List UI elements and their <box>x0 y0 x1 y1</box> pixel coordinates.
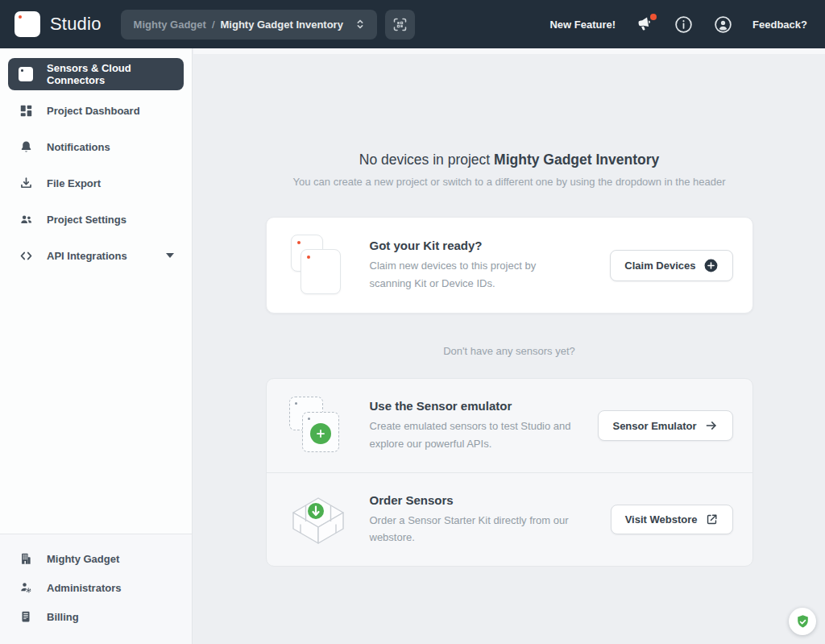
info-button[interactable] <box>674 15 694 35</box>
emulator-title: Use the Sensor emulator <box>370 399 578 413</box>
org-name: Mighty Gadget <box>134 19 206 31</box>
admin-user-gear-icon <box>18 580 34 596</box>
dashboard-icon <box>18 102 34 118</box>
empty-state-title: No devices in project Mighty Gadget Inve… <box>266 152 753 168</box>
project-switcher-dropdown[interactable]: Mighty Gadget / Mighty Gadget Inventory <box>121 10 377 39</box>
sidebar-item-administrators[interactable]: Administrators <box>8 573 184 602</box>
top-header: Studio Mighty Gadget / Mighty Gadget Inv… <box>0 0 825 48</box>
project-name-bold: Mighty Gadget Inventory <box>494 152 659 168</box>
sidebar-item-notifications[interactable]: Notifications <box>8 131 184 163</box>
sidebar-item-label: Mighty Gadget <box>47 553 119 565</box>
emulator-dashed-squares-icon <box>289 395 344 456</box>
sidebar-footer: Mighty Gadget Administrators <box>0 534 192 644</box>
main-content: No devices in project Mighty Gadget Inve… <box>193 48 825 644</box>
external-link-icon <box>705 513 719 526</box>
new-feature-label: New Feature! <box>549 19 616 31</box>
sidebar: Sensors & Cloud Connectors Project Dashb… <box>0 48 193 644</box>
sidebar-item-file-export[interactable]: File Export <box>8 167 184 199</box>
sensor-emulator-row: Use the Sensor emulator Create emulated … <box>267 379 752 472</box>
emulator-description: Create emulated sensors to test Studio a… <box>370 418 578 452</box>
kit-cards-icon <box>289 235 344 296</box>
account-button[interactable] <box>713 15 733 35</box>
claim-devices-button[interactable]: Claim Devices <box>610 250 732 281</box>
sidebar-item-label: Project Settings <box>47 214 126 226</box>
kit-card-title: Got your Kit ready? <box>370 239 578 252</box>
order-description: Order a Sensor Starter Kit directly from… <box>370 512 578 546</box>
app-title: Studio <box>50 14 102 35</box>
feedback-link[interactable]: Feedback? <box>752 19 807 31</box>
shield-check-icon <box>794 613 811 630</box>
sensor-icon <box>18 66 34 82</box>
no-sensors-prompt: Don't have any sensors yet? <box>266 345 753 357</box>
order-box-icon <box>289 495 347 545</box>
sensor-emulator-button[interactable]: Sensor Emulator <box>598 410 732 441</box>
privacy-shield-button[interactable] <box>789 608 816 635</box>
announcements-button[interactable] <box>635 15 654 34</box>
download-icon <box>18 175 34 191</box>
studio-logo-icon[interactable] <box>15 11 40 37</box>
arrow-right-icon <box>704 418 719 433</box>
sidebar-item-billing[interactable]: Billing <box>8 602 184 631</box>
claim-kit-card: Got your Kit ready? Claim new devices to… <box>266 217 753 314</box>
qr-scan-button[interactable] <box>385 10 415 39</box>
billing-receipt-icon <box>18 609 34 625</box>
sidebar-item-label: File Export <box>47 177 101 189</box>
code-icon <box>18 247 34 264</box>
sidebar-item-api-integrations[interactable]: API Integrations <box>8 239 184 272</box>
scroll-area-top <box>193 48 825 54</box>
account-icon <box>713 15 733 35</box>
notification-dot <box>650 14 657 20</box>
info-icon <box>674 15 694 35</box>
order-title: Order Sensors <box>370 493 578 507</box>
sidebar-item-label: Notifications <box>47 141 110 153</box>
people-icon <box>18 211 34 227</box>
sidebar-item-project-settings[interactable]: Project Settings <box>8 203 184 235</box>
sidebar-item-label: Sensors & Cloud Connectors <box>47 62 174 86</box>
sidebar-item-sensors-cloud-connectors[interactable]: Sensors & Cloud Connectors <box>8 58 184 90</box>
project-name: Mighty Gadget Inventory <box>221 19 343 31</box>
sidebar-item-label: API Integrations <box>47 250 127 262</box>
get-sensors-group-card: Use the Sensor emulator Create emulated … <box>266 378 753 567</box>
sidebar-item-organization[interactable]: Mighty Gadget <box>8 544 184 573</box>
order-sensors-row: Order Sensors Order a Sensor Starter Kit… <box>267 473 752 566</box>
kit-card-description: Claim new devices to this project by sca… <box>370 257 578 292</box>
chevron-down-icon <box>166 253 174 258</box>
visit-webstore-button[interactable]: Visit Webstore <box>611 505 733 534</box>
empty-state-subtitle: You can create a new project or switch t… <box>266 176 753 188</box>
plus-circle-icon <box>703 258 719 273</box>
logo-dot <box>19 15 22 19</box>
bell-icon <box>18 139 34 155</box>
building-icon <box>18 551 34 567</box>
sidebar-item-label: Project Dashboard <box>47 105 140 117</box>
sidebar-item-label: Administrators <box>47 582 121 594</box>
sidebar-item-project-dashboard[interactable]: Project Dashboard <box>8 94 184 127</box>
chevron-up-down-icon <box>353 17 367 31</box>
qr-scan-icon <box>392 16 408 33</box>
green-plus-badge <box>310 423 331 444</box>
sidebar-item-label: Billing <box>47 611 79 623</box>
breadcrumb-separator: / <box>212 19 215 31</box>
